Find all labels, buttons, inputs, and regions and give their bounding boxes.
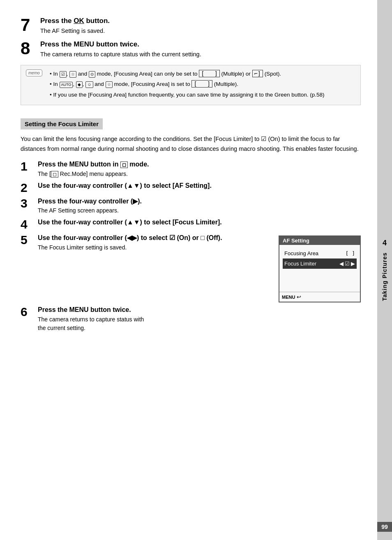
memo-label: memo: [26, 69, 42, 76]
small-step-2-title: Use the four-way controller (▲▼) to sele…: [38, 182, 361, 190]
step-7-title: Press the OK button.: [40, 16, 361, 25]
small-step-5-title: Use the four-way controller (◀▶) to sele…: [38, 234, 272, 242]
chapter-number: 4: [383, 239, 387, 247]
small-step-6-number: 6: [21, 306, 35, 318]
step-8-title: Press the MENU button twice.: [40, 40, 361, 49]
step-7: 7 Press the OK button. The AF Setting is…: [21, 16, 361, 36]
step-7-content: Press the OK button. The AF Setting is s…: [40, 16, 361, 36]
small-step-1-number: 1: [21, 160, 35, 173]
mode-icon-4: ◆: [76, 81, 83, 88]
page-container: 7 Press the OK button. The AF Setting is…: [0, 0, 392, 540]
small-step-5-number: 5: [21, 234, 35, 246]
camera-screen: AF Setting Focusing Area [ ] Focus Limit…: [279, 235, 361, 302]
step-8-number: 8: [21, 40, 37, 57]
memo-item-3: If you use the [Focusing Area] function …: [50, 90, 325, 99]
small-step-2-number: 2: [21, 182, 35, 194]
memo-item-2: In AUTO, ◆, ☺ and ☆ mode, [Focusing Area…: [50, 80, 325, 89]
small-step-3: 3 Press the four-way controller (▶). The…: [21, 197, 361, 215]
small-step-4-content: Use the four-way controller (▲▼) to sele…: [38, 218, 361, 228]
small-step-5-content: Use the four-way controller (◀▶) to sele…: [38, 234, 361, 302]
arrow-left-icon: ◀: [339, 261, 344, 267]
focusing-area-value: [ ]: [346, 250, 355, 256]
chapter-title: Taking Pictures: [381, 252, 388, 301]
step-8-desc: The camera returns to capture status wit…: [40, 50, 361, 59]
mode-icon-6: ☆: [106, 81, 113, 88]
small-step-3-title: Press the four-way controller (▶).: [38, 197, 361, 206]
small-step-2-content: Use the four-way controller (▲▼) to sele…: [38, 182, 361, 191]
camera-icon-2: ◻: [51, 171, 58, 178]
focus-limiter-label: Focus Limiter: [284, 261, 316, 267]
small-step-3-number: 3: [21, 197, 35, 210]
small-step-4-title: Use the four-way controller (▲▼) to sele…: [38, 218, 361, 227]
section-desc: You can limit the lens focusing range ac…: [21, 134, 361, 153]
memo-content: In ☑, ☆ and ⊙ mode, [Focusing Area] can …: [50, 69, 325, 101]
menu-word-s6: MENU: [69, 306, 88, 313]
menu-word-s1: MENU: [69, 161, 88, 168]
small-step-2: 2 Use the four-way controller (▲▼) to se…: [21, 182, 361, 194]
memo-item-1: In ☑, ☆ and ⊙ mode, [Focusing Area] can …: [50, 69, 325, 78]
auto-icon: AUTO: [60, 82, 73, 88]
small-step-1: 1 Press the MENU button in ◻ mode. The […: [21, 160, 361, 178]
camera-row-focusing-area: Focusing Area [ ]: [283, 248, 357, 258]
mode-icon-1: ☑: [60, 71, 67, 78]
small-step-6: 6 Press the MENU button twice. The camer…: [21, 306, 361, 332]
camera-row-focus-limiter: Focus Limiter ◀ ☑ ▶: [283, 258, 357, 269]
step-8-content: Press the MENU button twice. The camera …: [40, 40, 361, 59]
focus-limiter-value: ◀ ☑ ▶: [339, 261, 355, 267]
memo-list: In ☑, ☆ and ⊙ mode, [Focusing Area] can …: [50, 69, 325, 99]
menu-word-8: MENU: [74, 40, 94, 48]
check-icon: ☑: [345, 261, 350, 267]
back-icon: ↩: [297, 294, 301, 300]
section-header: Setting the Focus Limiter: [21, 118, 103, 129]
arrow-right-icon: ▶: [351, 261, 355, 267]
memo-box: memo In ☑, ☆ and ⊙ mode, [Focusing Area]…: [21, 65, 361, 106]
camera-screen-title: AF Setting: [279, 236, 360, 245]
small-step-6-content: Press the MENU button twice. The camera …: [38, 306, 361, 332]
side-tab: 4 Taking Pictures 99: [377, 0, 392, 540]
small-step-1-desc: The [◻ Rec.Mode] menu appears.: [38, 170, 361, 178]
small-step-5-desc: The Focus Limiter setting is saved.: [38, 243, 272, 252]
mode-icon-5: ☺: [85, 81, 93, 88]
camera-screen-footer: MENU ↩: [279, 292, 360, 302]
camera-screen-body: Focusing Area [ ] Focus Limiter ◀ ☑ ▶: [279, 245, 360, 272]
step-7-number: 7: [21, 16, 37, 34]
page-number: 99: [377, 522, 392, 532]
small-step-4-number: 4: [21, 218, 35, 231]
small-step-6-title: Press the MENU button twice.: [38, 306, 361, 314]
mode-icon-3: ⊙: [89, 71, 95, 78]
small-step-3-content: Press the four-way controller (▶). The A…: [38, 197, 361, 215]
small-step-6-desc: The camera returns to capture status wit…: [38, 315, 361, 332]
step-5-text-col: Use the four-way controller (◀▶) to sele…: [38, 234, 272, 252]
focusing-area-label: Focusing Area: [284, 250, 318, 256]
step-7-desc: The AF Setting is saved.: [40, 27, 361, 36]
small-step-5: 5 Use the four-way controller (◀▶) to se…: [21, 234, 361, 302]
mode-icon-2: ☆: [69, 71, 76, 78]
ok-word: OK: [74, 17, 84, 25]
small-step-3-desc: The AF Setting screen appears.: [38, 206, 361, 215]
small-step-1-title: Press the MENU button in ◻ mode.: [38, 160, 361, 169]
step-5-with-image: Use the four-way controller (◀▶) to sele…: [38, 234, 361, 302]
menu-label-footer: MENU: [282, 295, 295, 300]
step-8: 8 Press the MENU button twice. The camer…: [21, 40, 361, 59]
small-step-1-content: Press the MENU button in ◻ mode. The [◻ …: [38, 160, 361, 178]
main-content: 7 Press the OK button. The AF Setting is…: [0, 0, 377, 540]
memo-icon: memo: [26, 69, 46, 76]
small-step-4: 4 Use the four-way controller (▲▼) to se…: [21, 218, 361, 231]
camera-icon: ◻: [120, 162, 128, 168]
